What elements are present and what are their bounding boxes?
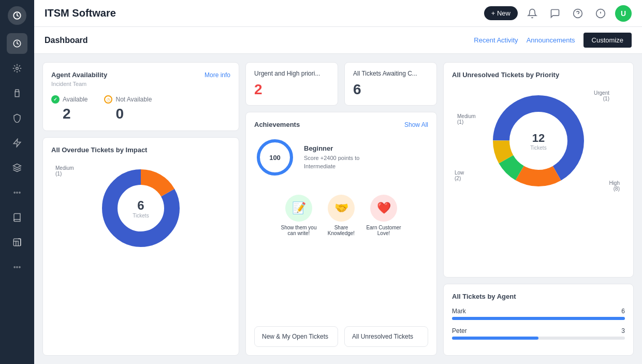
unresolved-tickets-link[interactable]: All Unresolved Tickets [344, 326, 428, 347]
agent-bars-card: All Tickets by Agent Mark 6 Peter 3 [443, 284, 634, 356]
main-content: ITSM Software + New U Dashboard Recent A… [34, 0, 642, 364]
sidebar-item-settings[interactable] [7, 58, 27, 79]
not-available-stat: ◷ Not Available 0 [104, 95, 152, 122]
priority-chart-card: All Unresolved Tickets by Priority Urgen… [443, 62, 634, 278]
achievements-header: Achievements Show All [254, 121, 428, 128]
achievement-progress: 100 Beginner Score +2400 points to Inter… [254, 137, 428, 178]
urgent-ticket-card: Urgent and High priori... 2 [245, 62, 338, 106]
achievement-badges: 📝 Show them you can write! 🤝 Share Knowl… [254, 195, 428, 236]
not-available-icon: ◷ [104, 95, 112, 104]
agent-bars-title: All Tickets by Agent [452, 293, 625, 300]
more-info-link[interactable]: More info [205, 71, 230, 79]
badge-write-label: Show them you can write! [281, 225, 317, 236]
agent-bar-peter-header: Peter 3 [452, 327, 625, 334]
badge-customer-icon: ❤️ [370, 195, 397, 222]
urgent-ticket-title: Urgent and High priori... [254, 70, 329, 77]
available-icon [51, 95, 60, 104]
announcements-link[interactable]: Announcements [527, 36, 575, 44]
agent-card-subtitle: Incident Team [51, 81, 230, 87]
priority-donut-label: 12 Tickets [530, 132, 546, 151]
agent-availability-card: Agent Availability More info Incident Te… [42, 62, 239, 131]
sidebar-item-more-2[interactable]: ••• [7, 257, 27, 278]
agent-bar-mark-track [452, 317, 625, 320]
priority-medium-legend: Medium(1) [457, 113, 476, 125]
agent-name-mark: Mark [452, 308, 466, 315]
overdue-title: All Overdue Tickets by Impact [51, 146, 230, 154]
sidebar-item-more-1[interactable]: ••• [7, 182, 27, 203]
user-avatar[interactable]: U [615, 5, 632, 22]
urgent-ticket-value: 2 [254, 81, 329, 98]
chat-icon[interactable] [547, 5, 563, 22]
dashboard-body: Agent Availability More info Incident Te… [34, 54, 642, 364]
agent-value-mark: 6 [621, 308, 625, 315]
topbar: ITSM Software + New U [34, 0, 642, 27]
open-tickets-label: New & My Open Tickets [262, 333, 330, 340]
left-column: Agent Availability More info Incident Te… [42, 62, 239, 356]
recent-activity-link[interactable]: Recent Activity [474, 36, 518, 44]
agent-stats: Available 2 ◷ Not Available 0 [51, 95, 230, 122]
sidebar-item-layers[interactable] [7, 157, 27, 178]
sidebar: ••• ••• [0, 0, 34, 364]
badge-customer: ❤️ Earn Customer Love! [366, 195, 402, 236]
dashboard-header: Dashboard Recent Activity Announcements … [34, 27, 642, 54]
help-icon[interactable] [570, 5, 586, 22]
sidebar-item-shield[interactable] [7, 108, 27, 128]
badge-customer-label: Earn Customer Love! [366, 225, 402, 236]
open-tickets-link[interactable]: New & My Open Tickets [254, 326, 338, 347]
priority-low-legend: Low(2) [455, 170, 464, 181]
overdue-medium-legend: Medium(1) [55, 165, 74, 177]
agent-bar-mark-fill [452, 317, 625, 320]
awaiting-ticket-title: All Tickets Awaiting C... [353, 70, 428, 77]
mid-column: Urgent and High priori... 2 All Tickets … [245, 62, 437, 356]
svg-marker-4 [13, 164, 21, 168]
sidebar-item-book[interactable] [7, 207, 27, 228]
dashboard-title: Dashboard [45, 36, 474, 45]
ticket-bottom-row: New & My Open Tickets All Unresolved Tic… [254, 318, 428, 347]
info-icon[interactable] [592, 5, 609, 22]
svg-point-2 [16, 67, 19, 70]
agent-bar-peter-fill [452, 337, 538, 340]
achievement-score: Score +2400 points to Intermediate [304, 154, 359, 170]
ticket-mini-row: Urgent and High priori... 2 All Tickets … [245, 62, 437, 106]
badge-write: 📝 Show them you can write! [281, 195, 317, 236]
badge-write-icon: 📝 [285, 195, 312, 222]
customize-button[interactable]: Customize [583, 33, 632, 48]
agent-bar-peter-track [452, 337, 625, 340]
not-available-label: ◷ Not Available [104, 95, 152, 104]
sidebar-logo[interactable] [8, 6, 26, 25]
priority-high-legend: High(8) [609, 180, 620, 192]
overdue-donut-label: 6 Tickets [133, 198, 149, 219]
awaiting-ticket-value: 6 [353, 81, 428, 98]
available-label: Available [51, 95, 87, 104]
available-stat: Available 2 [51, 95, 87, 122]
priority-donut: 12 Tickets [487, 89, 590, 193]
priority-chart-title: All Unresolved Tickets by Priority [452, 71, 625, 79]
achievements-title: Achievements [254, 121, 300, 128]
notifications-icon[interactable] [524, 5, 541, 22]
svg-marker-3 [13, 139, 21, 147]
overdue-chart-card: All Overdue Tickets by Impact Medium(1) [42, 137, 239, 356]
agent-bar-peter: Peter 3 [452, 327, 625, 340]
svg-rect-5 [13, 239, 21, 246]
unresolved-tickets-label: All Unresolved Tickets [352, 333, 420, 340]
awaiting-ticket-card: All Tickets Awaiting C... 6 [344, 62, 437, 106]
sidebar-item-chart[interactable] [7, 232, 27, 253]
agent-value-peter: 3 [621, 327, 625, 334]
badge-knowledge: 🤝 Share Knowledge! [323, 195, 359, 236]
achievement-info: Beginner Score +2400 points to Intermedi… [304, 144, 359, 170]
agent-card-header: Agent Availability More info [51, 71, 230, 79]
achievement-level: Beginner [304, 144, 359, 152]
not-available-value: 0 [115, 106, 152, 122]
new-button[interactable]: + New [484, 6, 518, 20]
progress-value: 100 [269, 154, 281, 162]
sidebar-item-lightning[interactable] [7, 133, 27, 153]
sidebar-item-home[interactable] [7, 33, 27, 54]
sidebar-item-bugs[interactable] [7, 83, 27, 104]
show-all-link[interactable]: Show All [404, 121, 428, 128]
available-value: 2 [63, 106, 87, 122]
app-title: ITSM Software [45, 7, 478, 19]
agent-bar-mark-header: Mark 6 [452, 308, 625, 315]
agent-card-title: Agent Availability [51, 71, 107, 79]
right-column: All Unresolved Tickets by Priority Urgen… [443, 62, 634, 356]
achievements-card: Achievements Show All 100 Beginner [245, 112, 437, 356]
